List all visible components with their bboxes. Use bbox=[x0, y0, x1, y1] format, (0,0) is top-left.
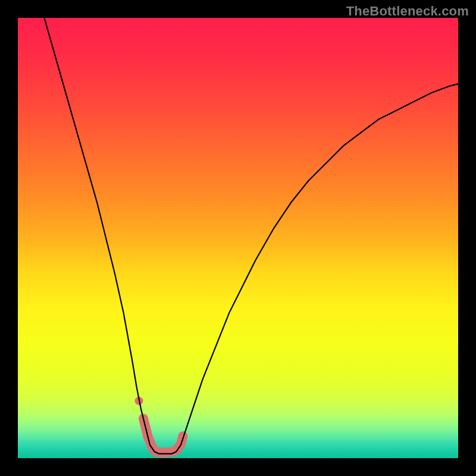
plot-area bbox=[18, 18, 458, 458]
outer-frame: TheBottleneck.com bbox=[0, 0, 476, 476]
watermark-text: TheBottleneck.com bbox=[346, 4, 469, 19]
chart-svg bbox=[18, 18, 458, 458]
gradient-background bbox=[18, 18, 458, 458]
